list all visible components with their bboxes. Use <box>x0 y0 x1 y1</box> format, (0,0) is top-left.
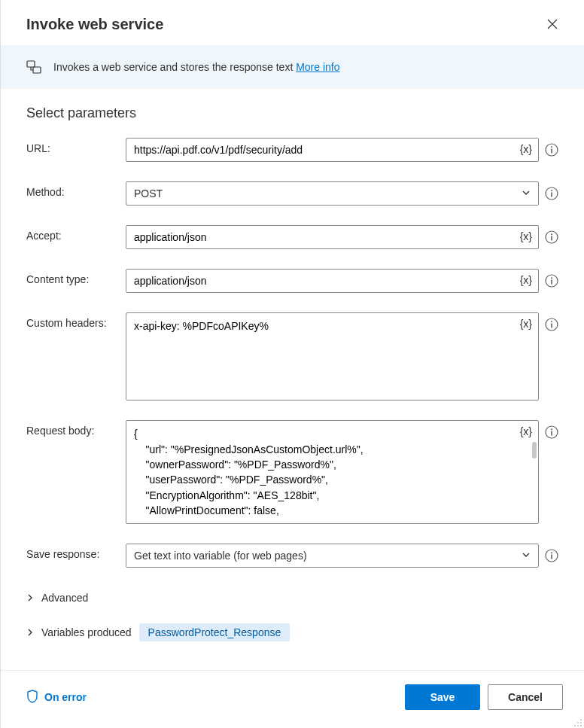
custom-headers-textarea[interactable] <box>126 313 538 400</box>
svg-point-26 <box>580 725 582 726</box>
variable-pill[interactable]: PasswordProtect_Response <box>139 623 290 641</box>
on-error-link[interactable]: On error <box>26 690 87 705</box>
chevron-right-icon <box>26 626 34 638</box>
svg-rect-1 <box>33 67 41 73</box>
accept-input-box: {x} <box>126 225 539 249</box>
method-value: POST <box>134 187 163 200</box>
svg-point-28 <box>574 725 576 726</box>
svg-point-9 <box>551 233 552 235</box>
info-bar: Invokes a web service and stores the res… <box>1 45 584 89</box>
advanced-label: Advanced <box>41 592 88 604</box>
save-button[interactable]: Save <box>405 684 480 710</box>
resize-grip-icon[interactable] <box>573 717 582 726</box>
info-icon[interactable] <box>545 318 558 331</box>
svg-rect-7 <box>551 193 552 197</box>
chevron-right-icon <box>26 592 34 604</box>
row-save-response: Save response: Get text into variable (f… <box>26 544 558 568</box>
chevron-down-icon <box>522 187 531 200</box>
url-input-box: {x} <box>126 138 539 162</box>
variables-produced-toggle[interactable]: Variables produced PasswordProtect_Respo… <box>26 619 558 646</box>
info-icon[interactable] <box>545 425 558 439</box>
svg-point-15 <box>551 321 552 322</box>
svg-point-23 <box>580 719 582 720</box>
content-type-input[interactable] <box>126 270 538 292</box>
svg-point-18 <box>551 429 552 431</box>
invoke-web-service-dialog: Invoke web service Invokes a web service… <box>0 0 584 728</box>
row-method: Method: POST <box>26 181 558 206</box>
info-description: Invokes a web service and stores the res… <box>53 61 340 73</box>
svg-rect-0 <box>27 61 35 67</box>
label-request-body: Request body: <box>26 420 117 437</box>
svg-point-21 <box>551 552 552 553</box>
variable-token-button[interactable]: {x} <box>520 274 532 286</box>
info-icon[interactable] <box>545 143 558 157</box>
svg-rect-19 <box>551 431 552 436</box>
dialog-body: Select parameters URL: {x} Method: POST <box>1 89 584 670</box>
info-icon[interactable] <box>545 230 558 244</box>
svg-point-27 <box>577 725 579 726</box>
variable-token-button[interactable]: {x} <box>520 318 532 330</box>
method-select[interactable]: POST <box>126 181 539 206</box>
variables-produced-label: Variables produced <box>41 626 132 638</box>
scrollbar-thumb[interactable] <box>532 442 537 458</box>
svg-point-12 <box>551 277 552 279</box>
save-response-value: Get text into variable (for web pages) <box>134 550 307 562</box>
svg-rect-13 <box>551 280 552 285</box>
close-icon <box>547 19 558 29</box>
info-icon[interactable] <box>545 274 558 288</box>
row-url: URL: {x} <box>26 138 558 162</box>
variable-token-button[interactable]: {x} <box>520 230 532 242</box>
more-info-link[interactable]: More info <box>296 61 339 73</box>
on-error-label: On error <box>44 691 87 703</box>
svg-rect-16 <box>551 324 552 328</box>
label-accept: Accept: <box>26 225 117 242</box>
web-service-icon <box>26 59 43 75</box>
cancel-button[interactable]: Cancel <box>488 684 563 710</box>
svg-rect-10 <box>551 236 552 241</box>
svg-point-24 <box>580 722 582 723</box>
url-input[interactable] <box>126 139 538 161</box>
footer-buttons: Save Cancel <box>405 684 563 710</box>
label-content-type: Content type: <box>26 269 117 285</box>
advanced-toggle[interactable]: Advanced <box>26 587 558 608</box>
svg-rect-22 <box>551 555 552 559</box>
dialog-header: Invoke web service <box>1 0 584 45</box>
accept-input[interactable] <box>126 226 538 248</box>
label-save-response: Save response: <box>26 544 117 560</box>
request-body-box: {x} <box>126 420 539 524</box>
dialog-footer: On error Save Cancel <box>1 670 584 728</box>
row-content-type: Content type: {x} <box>26 269 558 293</box>
info-icon[interactable] <box>545 187 558 200</box>
row-request-body: Request body: {x} <box>26 420 558 524</box>
content-type-input-box: {x} <box>126 269 539 293</box>
row-custom-headers: Custom headers: {x} <box>26 312 558 401</box>
row-accept: Accept: {x} <box>26 225 558 249</box>
svg-point-6 <box>551 190 552 191</box>
svg-rect-4 <box>551 149 552 154</box>
chevron-down-icon <box>522 550 531 562</box>
label-url: URL: <box>26 138 117 154</box>
label-method: Method: <box>26 181 117 198</box>
svg-point-3 <box>551 146 552 148</box>
info-icon[interactable] <box>545 549 558 562</box>
custom-headers-box: {x} <box>126 312 539 401</box>
variable-token-button[interactable]: {x} <box>520 425 532 437</box>
section-title: Select parameters <box>26 105 558 121</box>
label-custom-headers: Custom headers: <box>26 312 117 329</box>
info-text: Invokes a web service and stores the res… <box>53 61 293 73</box>
save-response-select[interactable]: Get text into variable (for web pages) <box>126 544 539 568</box>
close-button[interactable] <box>542 14 563 35</box>
svg-point-25 <box>577 722 579 723</box>
variable-token-button[interactable]: {x} <box>520 143 532 155</box>
request-body-textarea[interactable] <box>126 421 538 523</box>
shield-icon <box>26 690 38 705</box>
dialog-title: Invoke web service <box>26 16 163 33</box>
